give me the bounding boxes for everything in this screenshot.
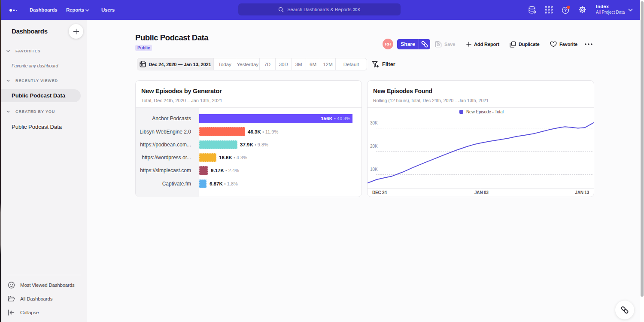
svg-text:?: ? [564, 8, 567, 13]
